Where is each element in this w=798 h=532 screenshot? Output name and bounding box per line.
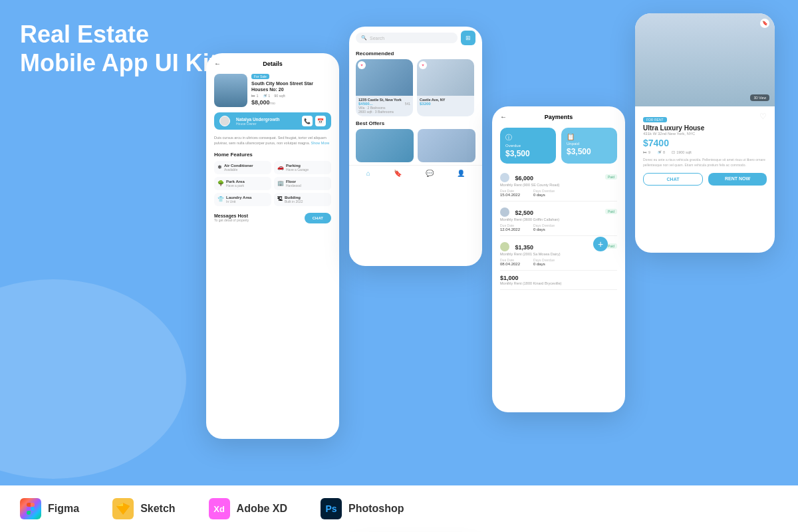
footer-figma: Figma (20, 498, 79, 519)
view-3d-badge[interactable]: 3D View (750, 94, 769, 101)
features-title: Home Features (214, 152, 331, 158)
sketch-icon (112, 498, 134, 519)
agent-name: Natalya Undergrowth (236, 117, 279, 122)
rent-now-button[interactable]: RENT NOW (708, 173, 767, 186)
messages-host-sub: To get detail of property (214, 218, 249, 222)
rec-card-2-img: ♥ (417, 59, 474, 96)
property-thumbnail (214, 74, 247, 107)
property-name: South City Moon Street Star Houses No: 2… (251, 80, 331, 92)
chat-button[interactable]: CHAT (305, 213, 331, 223)
chat-nav-icon[interactable]: 💬 (426, 170, 434, 177)
payment-4-amount: $1,000 (500, 275, 519, 281)
property-detail-address: 431k W 32nd New York, NYC (643, 132, 767, 136)
payment-4-header: $1,000 (500, 275, 617, 281)
prop-baths: 🚿 8 (657, 150, 665, 154)
rec-card-1-sqft: 2600 sqft · 3 Bathrooms (358, 110, 410, 114)
rec-card-2[interactable]: ♥ Castle Ave, NY $3200 (417, 59, 474, 116)
payment-1-meta: Due Date 15.04.2022 Days Overdue 0 days (500, 189, 617, 197)
xd-label: Adobe XD (237, 503, 287, 515)
feature-floor: 🏢 FloorHardwood (274, 177, 331, 190)
search-bar: 🔍 Search ⊞ (349, 27, 482, 49)
rec-card-2-info: Castle Ave, NY $3200 (417, 96, 474, 108)
figma-icon (20, 498, 41, 519)
offer-card-2[interactable] (418, 129, 475, 162)
ps-icon: Ps (321, 498, 342, 519)
footer-xd: Xd Adobe XD (209, 498, 287, 519)
baths-count: 🚿 1 (263, 94, 271, 98)
payment-list: $6,000 Paid Monthly Rent (900 SE County … (492, 167, 625, 290)
features-section: Home Features ❄ Air ConditionerAvailable… (206, 149, 339, 209)
payment-1-header: $6,000 Paid (500, 171, 617, 183)
property-detail-title: Ultra Luxury House (643, 124, 767, 132)
calendar-button[interactable]: 📅 (315, 116, 326, 126)
feature-building: 🏗 BuildingBuilt in 2022 (274, 193, 331, 206)
beds-count: 🛏 1 (251, 94, 259, 98)
features-grid: ❄ Air ConditionerAvailable 🚗 ParkingHave… (214, 161, 331, 206)
screen-property-detail: 🔖 3D View ♡ FOR RENT Ultra Luxury House … (635, 13, 775, 253)
profile-nav-icon[interactable]: 👤 (457, 170, 465, 177)
feature-laundry: 👕 Laundry AreaIn Unit (214, 193, 271, 206)
park-icon: 🌳 (217, 180, 224, 186)
payments-title: Payments (545, 114, 573, 120)
search-placeholder: Search (370, 36, 384, 41)
prop-sqft: ⊡ 1900 sqft (672, 150, 692, 154)
svg-marker-3 (116, 506, 130, 515)
prop-beds: 🛏 9 (643, 150, 650, 154)
xd-icon: Xd (209, 498, 230, 519)
payments-header: ← Payments (492, 106, 625, 124)
building-icon: 🏗 (277, 196, 283, 202)
rec-card-1-info: 1235 Castle St, New York $4500... 541 Vi… (356, 96, 413, 116)
agent-actions: 📞 📅 (302, 116, 326, 126)
call-button[interactable]: 📞 (302, 116, 313, 126)
agent-bar: Natalya Undergrowth House Owner 📞 📅 (214, 112, 331, 130)
payment-1-status: Paid (605, 174, 617, 180)
feature-park: 🌳 Park AreaHave a park (214, 177, 271, 190)
offer-card-1[interactable] (356, 129, 414, 162)
bookmark-icon[interactable]: 🔖 (760, 19, 769, 28)
feature-air-conditioner: ❄ Air ConditionerAvailable (214, 161, 271, 174)
property-heart-icon[interactable]: ♡ (759, 112, 767, 121)
chat-property-button[interactable]: CHAT (643, 173, 703, 186)
messages-host-label: Messages Host (214, 213, 249, 218)
show-more-link[interactable]: Show More (311, 141, 330, 145)
home-nav-icon[interactable]: ⌂ (366, 170, 370, 177)
property-hero-image: 🔖 3D View (635, 13, 775, 106)
rec-card-2-price: $3200 (420, 102, 471, 106)
agent-avatar (219, 116, 230, 126)
agent-role: House Owner (236, 122, 279, 126)
property-detail-content: FOR RENT Ultra Luxury House 431k W 32nd … (635, 106, 775, 191)
recommended-label: Recommended (349, 49, 482, 59)
screen-payments: ← Payments ⓘ Overdue $3,500 📋 Unpaid $3,… (492, 106, 625, 412)
property-action-buttons: CHAT RENT NOW (643, 173, 767, 186)
filter-button[interactable]: ⊞ (461, 31, 475, 45)
screen-search: 🔍 Search ⊞ Recommended ♥ 1235 Castle St,… (349, 27, 482, 266)
bookmark-nav-icon[interactable]: 🔖 (394, 170, 402, 177)
bottom-nav: ⌂ 🔖 💬 👤 (349, 165, 482, 181)
payment-item-4: $1,000 Monthly Rent (1800 Kinard Brycevi… (500, 271, 617, 290)
payments-cards-row: ⓘ Overdue $3,500 📋 Unpaid $3,500 (492, 124, 625, 167)
recommended-row: ♥ 1235 Castle St, New York $4500... 541 … (349, 59, 482, 116)
screen-details: ← Details For Sale South City Moon Stree… (206, 53, 339, 439)
unpaid-icon: 📋 (567, 133, 612, 140)
payment-1-amount: $6,000 (515, 175, 533, 182)
search-input[interactable]: 🔍 Search (356, 33, 458, 43)
screens-area: ← Details For Sale South City Moon Stree… (200, 7, 791, 479)
details-title: Details (263, 61, 283, 67)
payment-2-meta: Due Date 12.04.2022 Days Overdue 0 days (500, 223, 617, 231)
unpaid-label: Unpaid (567, 142, 612, 146)
payment-4-desc: Monthly Rent (1800 Kinard Bryceville) (500, 281, 617, 285)
property-info: For Sale South City Moon Street Star Hou… (251, 74, 331, 106)
heart-icon-1[interactable]: ♥ (358, 61, 366, 69)
heart-icon-2[interactable]: ♥ (419, 61, 427, 69)
overdue-card: ⓘ Overdue $3,500 (500, 128, 556, 164)
payment-2-header: $2,500 Paid (500, 205, 617, 217)
back-arrow-icon[interactable]: ← (214, 60, 221, 67)
floor-icon: 🏢 (277, 180, 284, 186)
add-payment-button[interactable]: + (593, 237, 608, 251)
for-sale-badge: For Sale (251, 74, 269, 79)
overdue-icon: ⓘ (505, 133, 551, 142)
payment-item-2: $2,500 Paid Monthly Rent (3600 Griffin C… (500, 201, 617, 236)
rec-card-1[interactable]: ♥ 1235 Castle St, New York $4500... 541 … (356, 59, 413, 116)
payments-back-icon[interactable]: ← (500, 113, 507, 120)
bg-decoration (0, 279, 186, 479)
